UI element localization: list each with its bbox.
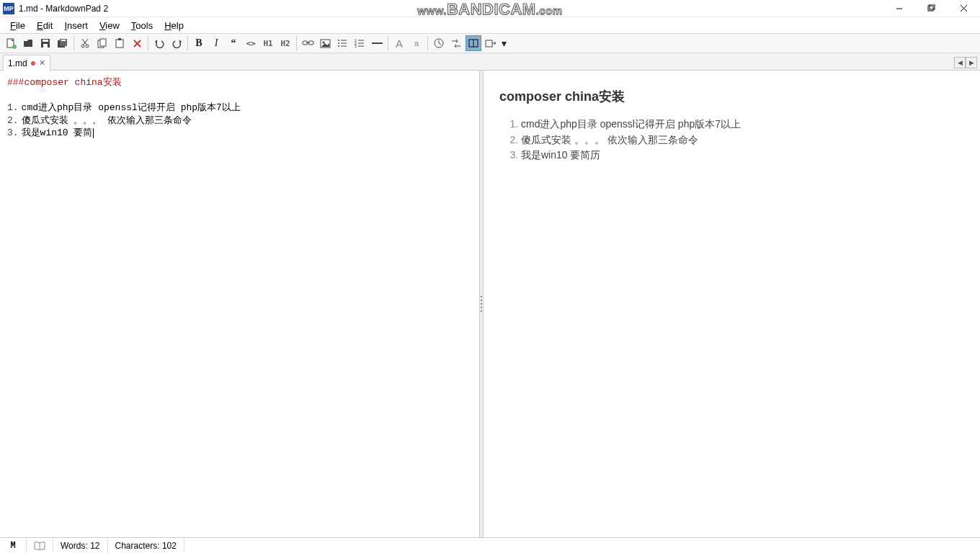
maximize-button[interactable] — [915, 0, 948, 17]
editor-line: 1.cmd进入php目录 openssl记得开启 php版本7以上 — [7, 102, 472, 114]
svg-text:3: 3 — [355, 44, 357, 48]
editor-pane[interactable]: ###composer china安装 1.cmd进入php目录 openssl… — [0, 71, 479, 537]
text-caret — [93, 128, 94, 138]
svg-rect-12 — [61, 40, 66, 41]
paste-button[interactable] — [112, 35, 128, 51]
separator — [427, 36, 428, 50]
redo-button[interactable] — [169, 35, 184, 51]
font-smaller-button[interactable]: a — [409, 35, 424, 51]
titlebar: MP 1.md - MarkdownPad 2 www.BANDICAM.com — [0, 0, 980, 17]
cut-button[interactable] — [77, 35, 93, 51]
preview-heading: composer china安装 — [499, 88, 964, 105]
svg-rect-46 — [486, 40, 492, 47]
char-count: Characters: 102 — [108, 538, 184, 553]
minimize-button[interactable] — [883, 0, 915, 17]
editor-line: 2.傻瓜式安装 。。。 依次输入那三条命令 — [7, 114, 472, 127]
svg-point-14 — [86, 45, 89, 48]
menu-insert[interactable]: Insert — [58, 19, 94, 32]
list-item: 傻瓜式安装 。。。 依次输入那三条命令 — [521, 132, 964, 148]
tab-label: 1.md — [8, 58, 27, 68]
ol-button[interactable]: 123 — [352, 35, 368, 51]
markdown-mode-icon[interactable]: M — [0, 538, 27, 553]
unsaved-indicator-icon — [31, 61, 35, 66]
status-bar: M Words: 12 Characters: 102 — [0, 537, 980, 553]
list-item: cmd进入php目录 openssl记得开启 php版本7以上 — [521, 117, 964, 132]
quote-button[interactable]: “ — [226, 35, 241, 51]
timestamp-button[interactable] — [431, 35, 447, 51]
close-button[interactable] — [948, 0, 980, 17]
save-button[interactable] — [37, 35, 53, 51]
svg-rect-2 — [930, 4, 935, 9]
h2-button[interactable]: H2 — [277, 35, 293, 51]
menu-file[interactable]: File — [4, 19, 31, 32]
toolbar: B I “ <> H1 H2 123 A a ▾ — [0, 33, 980, 53]
live-preview-button[interactable] — [466, 35, 481, 51]
open-file-button[interactable] — [20, 35, 36, 51]
preview-list: cmd进入php目录 openssl记得开启 php版本7以上 傻瓜式安装 。。… — [499, 117, 964, 163]
tab-bar: 1.md ✕ ◀ ▶ — [0, 53, 980, 71]
tab-close-icon[interactable]: ✕ — [39, 58, 45, 68]
svg-point-28 — [338, 40, 339, 41]
separator — [388, 36, 388, 50]
bold-button[interactable]: B — [191, 35, 207, 51]
menu-tools[interactable]: Tools — [125, 19, 159, 32]
document-tab[interactable]: 1.md ✕ — [3, 55, 50, 71]
menu-edit[interactable]: Edit — [31, 19, 58, 32]
separator — [74, 36, 74, 50]
svg-rect-1 — [928, 6, 933, 11]
editor-heading-line: ###composer china安装 — [7, 76, 472, 89]
code-button[interactable]: <> — [243, 35, 259, 51]
export-button[interactable] — [483, 35, 499, 51]
svg-rect-19 — [116, 40, 123, 48]
tab-scroll-left-button[interactable]: ◀ — [954, 57, 966, 68]
word-count: Words: 12 — [53, 538, 108, 553]
link-button[interactable] — [300, 35, 316, 51]
window-title: 1.md - MarkdownPad 2 — [19, 4, 108, 14]
editor-line: 3.我是win10 要简 — [7, 127, 472, 140]
hr-button[interactable] — [369, 35, 385, 51]
svg-point-6 — [12, 45, 17, 49]
undo-button[interactable] — [151, 35, 167, 51]
svg-point-30 — [338, 42, 339, 44]
svg-point-13 — [81, 45, 84, 48]
reading-mode-icon[interactable] — [27, 538, 53, 553]
menubar: File Edit Insert View Tools Help — [0, 17, 980, 33]
h1-button[interactable]: H1 — [260, 35, 276, 51]
menu-help[interactable]: Help — [159, 19, 190, 32]
delete-button[interactable] — [129, 35, 145, 51]
copy-button[interactable] — [94, 35, 110, 51]
main-content: ###composer china安装 1.cmd进入php目录 openssl… — [0, 71, 980, 537]
svg-point-27 — [322, 41, 324, 43]
tab-scroll-right-button[interactable]: ▶ — [966, 57, 977, 68]
convert-button[interactable] — [448, 35, 464, 51]
save-all-button[interactable] — [55, 35, 71, 51]
separator — [296, 36, 297, 50]
separator — [187, 36, 188, 50]
svg-rect-8 — [43, 40, 48, 42]
font-larger-button[interactable]: A — [391, 35, 407, 51]
svg-rect-20 — [118, 38, 121, 40]
export-dropdown-icon[interactable]: ▾ — [500, 35, 507, 51]
new-file-button[interactable] — [3, 35, 19, 51]
svg-point-32 — [338, 45, 339, 47]
watermark: www.BANDICAM.com — [417, 0, 562, 19]
list-item: 我是win10 要简历 — [521, 148, 964, 163]
separator — [148, 36, 148, 50]
menu-view[interactable]: View — [94, 19, 125, 32]
preview-pane: composer china安装 cmd进入php目录 openssl记得开启 … — [484, 71, 980, 537]
svg-rect-18 — [100, 39, 106, 46]
svg-rect-9 — [43, 44, 48, 48]
svg-line-43 — [439, 43, 441, 45]
image-button[interactable] — [317, 35, 333, 51]
ul-button[interactable] — [334, 35, 350, 51]
italic-button[interactable]: I — [208, 35, 224, 51]
app-icon: MP — [3, 3, 14, 14]
